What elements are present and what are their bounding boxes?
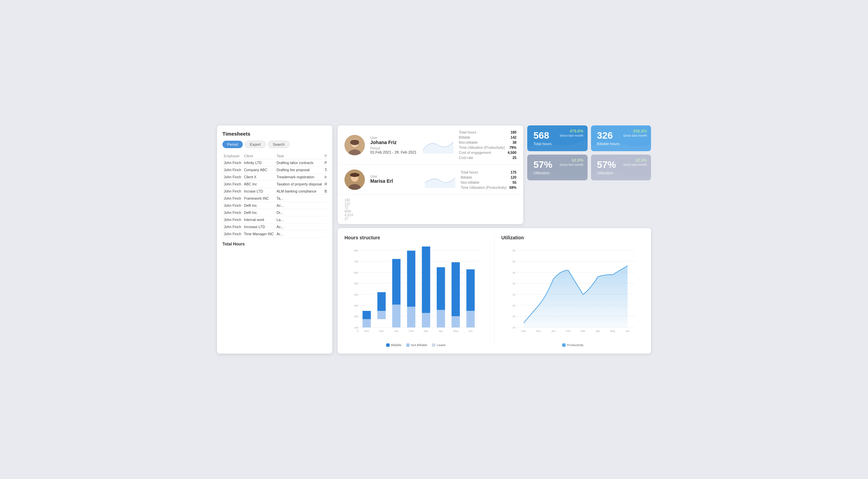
svg-text:Feb: Feb xyxy=(409,330,414,333)
user-label-johana: User xyxy=(370,136,417,140)
table-row: John FinchDelfi Inc.Ac... xyxy=(222,202,327,209)
timesheets-panel: Timesheets Period Export Search Employee… xyxy=(217,125,332,354)
bar-apr-billable xyxy=(437,267,445,310)
bar-dec-notbillable xyxy=(377,311,386,319)
timesheets-toolbar: Period Export Search xyxy=(222,141,327,148)
kpi-since-util2: 62.9% Since last month xyxy=(623,158,647,166)
svg-text:Jun: Jun xyxy=(468,330,473,333)
bar-apr-notbillable xyxy=(437,310,445,327)
bar-jan-notbillable xyxy=(392,305,401,327)
user-card-marisa: User Marisa Erl Total hours xyxy=(338,165,523,195)
svg-text:Jun: Jun xyxy=(625,330,630,333)
svg-text:35: 35 xyxy=(512,293,515,296)
total-hours-label: Total Hours xyxy=(222,242,327,246)
svg-text:May: May xyxy=(453,330,458,333)
avatar-marisa xyxy=(344,169,365,190)
svg-text:Jan: Jan xyxy=(394,330,399,333)
svg-point-7 xyxy=(350,173,359,177)
svg-text:45: 45 xyxy=(512,271,515,274)
utilization-chart: Utilization 55 50 xyxy=(501,235,645,347)
svg-text:Feb: Feb xyxy=(566,330,570,333)
hours-chart-title: Hours structure xyxy=(344,235,488,240)
col-client: Client xyxy=(242,153,275,159)
bar-feb-billable xyxy=(407,251,416,306)
hours-chart: Hours structure 800 700 xyxy=(344,235,488,347)
svg-text:Apr: Apr xyxy=(439,330,443,333)
period-label-johana: Period xyxy=(370,146,417,150)
svg-text:25: 25 xyxy=(512,315,515,318)
kpi-total-hours: 479.6% Since last month 568 Total hours xyxy=(527,125,587,151)
bar-mar-billable xyxy=(422,246,430,313)
table-row: John FinchInternal workLa... xyxy=(222,216,327,223)
kpi-billable-hours: 858.8% Since last month 326 Billable hou… xyxy=(591,125,651,151)
util-legend: Productivity xyxy=(501,343,645,347)
svg-text:55: 55 xyxy=(512,249,515,252)
kpi-column: 479.6% Since last month 568 Total hours … xyxy=(527,125,651,224)
user-label-marisa: User xyxy=(370,175,419,178)
legend-billable: Billable xyxy=(386,343,401,347)
svg-text:May: May xyxy=(610,330,615,333)
svg-text:Dec: Dec xyxy=(536,330,541,333)
kpi-since-util1: 62.9% Since last month xyxy=(559,158,583,166)
bar-mar-notbillable xyxy=(422,313,430,327)
svg-text:200: 200 xyxy=(354,315,359,318)
util-area xyxy=(524,266,627,327)
utilization-chart-title: Utilization xyxy=(501,235,645,240)
hours-chart-area: 800 700 600 500 400 300 200 100 0 xyxy=(344,244,488,340)
svg-text:800: 800 xyxy=(354,249,359,252)
legend-productivity: Productivity xyxy=(562,343,584,347)
period-button[interactable]: Period xyxy=(222,141,243,148)
chart-divider xyxy=(494,235,495,347)
table-row: John FinchFramework INCTa... xyxy=(222,195,327,202)
user-stats-marisa: Total hours Billable Non-billable Time U… xyxy=(461,170,517,189)
svg-text:0: 0 xyxy=(357,330,359,333)
bar-jun-billable xyxy=(467,270,475,311)
legend-leave: Leave xyxy=(432,343,446,347)
table-row: John FinchDelfi Inc.Dr... xyxy=(222,209,327,216)
timesheets-title: Timesheets xyxy=(222,131,327,137)
kpi-utilization2: 62.9% Since last month 57% Utilization xyxy=(591,155,651,180)
svg-text:Jan: Jan xyxy=(551,330,555,333)
svg-text:700: 700 xyxy=(354,260,359,263)
timesheets-table: Employee Client Task Project Billable Da… xyxy=(222,153,327,238)
search-button[interactable]: Search xyxy=(268,141,290,148)
top-row: User Johana Friz Period 01.Feb 2021 - 28… xyxy=(338,125,651,224)
user-info-marisa: User Marisa Erl xyxy=(370,175,419,185)
bar-jan-billable xyxy=(392,259,401,305)
export-button[interactable]: Export xyxy=(245,141,266,148)
svg-text:30: 30 xyxy=(512,304,515,307)
user-card-partial: 182 110 72 60% 4,914 27 xyxy=(338,195,523,224)
utilization-chart-area: 55 50 45 40 35 30 25 20 xyxy=(501,244,645,340)
main-container: Timesheets Period Export Search Employee… xyxy=(217,125,651,354)
bar-dec-billable xyxy=(377,292,386,311)
table-row: John FinchABC IncTaxation of property di… xyxy=(222,181,327,188)
kpi-row-bottom: 62.9% Since last month 57% Utilization 6… xyxy=(527,155,651,180)
svg-text:Dec: Dec xyxy=(379,330,384,333)
user-name-johana: Johana Friz xyxy=(370,140,417,145)
avatar-johana xyxy=(344,135,365,155)
user-card-johana: User Johana Friz Period 01.Feb 2021 - 28… xyxy=(338,125,523,165)
table-row: John FinchInfinity LTDDrafting labor con… xyxy=(222,159,327,166)
user-name-marisa: Marisa Erl xyxy=(370,178,419,184)
period-val-johana: 01.Feb 2021 - 28. Feb 2021 xyxy=(370,150,417,154)
table-row: John FinchIncrease LTDAc... xyxy=(222,223,327,231)
charts-row: Hours structure 800 700 xyxy=(338,228,651,354)
wave-marisa xyxy=(425,171,455,188)
user-cards-panel: User Johana Friz Period 01.Feb 2021 - 28… xyxy=(338,125,523,224)
kpi-utilization1: 62.9% Since last month 57% Utilization xyxy=(527,155,587,180)
bar-feb-notbillable xyxy=(407,307,416,327)
kpi-row-top: 479.6% Since last month 568 Total hours … xyxy=(527,125,651,151)
svg-text:Mar: Mar xyxy=(424,330,429,333)
user-info-johana: User Johana Friz Period 01.Feb 2021 - 28… xyxy=(370,136,417,154)
bar-may-billable xyxy=(452,262,460,316)
svg-text:300: 300 xyxy=(354,304,359,307)
table-row: John FinchIncrase LTDALM banking complia… xyxy=(222,188,327,195)
bar-may-notbillable xyxy=(452,316,460,327)
svg-text:Nov: Nov xyxy=(364,330,369,333)
svg-text:100: 100 xyxy=(354,326,359,329)
bar-nov-billable xyxy=(362,311,371,319)
col-employee: Employee xyxy=(222,153,242,159)
kpi-since-billable: 858.8% Since last month xyxy=(623,129,647,137)
svg-text:40: 40 xyxy=(512,282,515,285)
svg-text:600: 600 xyxy=(354,271,359,274)
